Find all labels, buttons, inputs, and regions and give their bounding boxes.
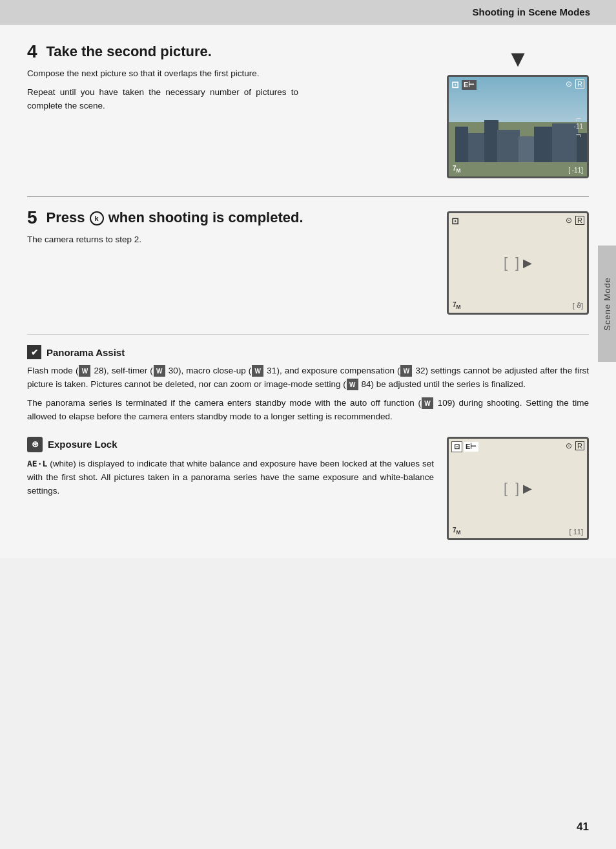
- exposure-lock-title: Exposure Lock: [48, 439, 118, 450]
- panorama-assist-para1: Flash mode (W 28), self-timer (W 30), ma…: [27, 364, 589, 392]
- scene-mode-tab: Scene Mode: [598, 246, 616, 362]
- step4-content: 4 Take the second picture. Compose the n…: [27, 43, 421, 178]
- lcd-screen-1: ⊡ E⊢ ⊙ R 7M ⌐ -11 ¬ [ -11]: [447, 75, 589, 178]
- ael-symbol: AE·L: [27, 459, 47, 468]
- page-number: 41: [577, 821, 589, 833]
- arrow-right-icon: ▶: [523, 256, 532, 270]
- panorama-assist-para2: The panorama series is terminated if the…: [27, 397, 589, 424]
- exposure-lock-section: ⊛ Exposure Lock AE·L (white) is displaye…: [27, 437, 589, 540]
- step5-images: ⊡ ⊙ R [ ] ▶ 7M [ ϑ]: [421, 209, 589, 315]
- panorama-assist-section: ✔ Panorama Assist Flash mode (W 28), sel…: [27, 334, 589, 424]
- lcd3-bottom-left: 7M: [453, 527, 461, 536]
- ref-icon-2: W: [154, 365, 165, 377]
- lcd1-bottom-left: 7M: [453, 165, 461, 174]
- ref-icon-3: W: [252, 365, 263, 377]
- lcd1-bottom-right: [ -11]: [568, 167, 583, 174]
- step4-images: ▼ ⊡ E⊢: [421, 43, 589, 178]
- lcd3-bracket-left: [: [504, 480, 508, 497]
- exposure-lock-content: ⊛ Exposure Lock AE·L (white) is displaye…: [27, 437, 434, 503]
- lcd1-top-left-icon: ⊡: [451, 79, 459, 90]
- header-title: Shooting in Scene Modes: [472, 6, 590, 17]
- step5-heading-row: 5 Press k when shooting is completed.: [27, 209, 421, 227]
- step4-body: Compose the next picture so that it over…: [27, 67, 298, 113]
- lcd3-arrow-right: ▶: [523, 481, 532, 496]
- step5-body: The camera returns to step 2.: [27, 233, 298, 247]
- step5-row: 5 Press k when shooting is completed. Th…: [27, 209, 589, 315]
- lcd1-mode-icon: E⊢: [462, 80, 477, 90]
- step4-heading-row: 4 Take the second picture.: [27, 43, 421, 61]
- ref-icon-6: W: [422, 397, 433, 409]
- lcd2-top-left-icon: ⊡: [451, 216, 459, 226]
- step5-content: 5 Press k when shooting is completed. Th…: [27, 209, 421, 315]
- lcd3-ael-icon: ⊡: [451, 441, 462, 452]
- step4-heading: Take the second picture.: [46, 43, 211, 59]
- lcd2-settings-icon: ⊙: [566, 216, 572, 225]
- ref-icon-1: W: [79, 365, 90, 377]
- lcd2-bottom-left: 7M: [453, 301, 461, 310]
- step4-para1: Compose the next picture so that it over…: [27, 67, 298, 81]
- ok-button-icon: k: [90, 211, 104, 225]
- ref-icon-5: W: [347, 379, 358, 390]
- lcd3-bracket-right: ]: [515, 480, 519, 497]
- exposure-lock-icon: ⊛: [27, 437, 43, 452]
- lcd2-quality-icon: R: [575, 216, 584, 225]
- lcd3-quality-icon: R: [575, 441, 584, 450]
- step5-heading: Press k when shooting is completed.: [46, 209, 303, 225]
- step4-number: 4: [27, 43, 37, 61]
- panorama-assist-title: Panorama Assist: [46, 347, 125, 358]
- lcd-screen-2: ⊡ ⊙ R [ ] ▶ 7M [ ϑ]: [447, 211, 589, 315]
- exposure-lock-para: AE·L (white) is displayed to indicate th…: [27, 457, 434, 498]
- exposure-lock-heading: ⊛ Exposure Lock: [27, 437, 434, 452]
- step4-row: 4 Take the second picture. Compose the n…: [27, 43, 589, 178]
- bracket-left-icon: [: [504, 255, 508, 271]
- divider-1: [27, 196, 589, 197]
- step5-para: The camera returns to step 2.: [27, 233, 298, 247]
- main-content: 4 Take the second picture. Compose the n…: [0, 25, 616, 558]
- lcd2-center-brackets: [ ] ▶: [504, 255, 532, 271]
- lcd-screen-3: ⊡ E⊢ ⊙ R [ ] ▶ 7M [ 11]: [447, 437, 589, 540]
- checkmark-icon: ✔: [27, 345, 41, 359]
- lcd2-bottom-right: [ ϑ]: [573, 302, 583, 310]
- panorama-assist-heading: ✔ Panorama Assist: [27, 345, 589, 359]
- pan-guide-right: ⌐ -11 ¬: [574, 114, 583, 140]
- lcd3-mode-icon: E⊢: [464, 442, 478, 452]
- pan-arrow-down-icon: ▼: [506, 45, 529, 72]
- ref-icon-4: W: [400, 365, 412, 377]
- bracket-right-icon: ]: [515, 255, 519, 271]
- lcd1-quality-icon: R: [575, 79, 584, 89]
- lcd3-settings-icon: ⊙: [566, 441, 572, 450]
- lcd3-bottom-right: [ 11]: [570, 528, 583, 536]
- step5-number: 5: [27, 209, 37, 227]
- lcd3-center-brackets: [ ] ▶: [504, 480, 532, 497]
- exposure-lcd-wrapper: ⊡ E⊢ ⊙ R [ ] ▶ 7M [ 11]: [447, 437, 589, 540]
- step4-para2: Repeat until you have taken the necessar…: [27, 86, 298, 113]
- scene-mode-label: Scene Mode: [602, 277, 612, 331]
- header-bar: Shooting in Scene Modes: [0, 0, 616, 25]
- lcd1-settings-icon: ⊙: [566, 79, 572, 89]
